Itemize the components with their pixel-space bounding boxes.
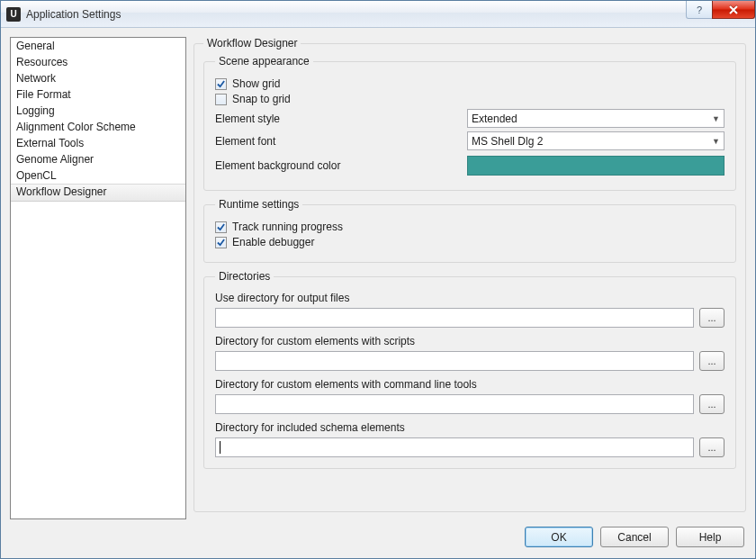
sidebar-item-file-format[interactable]: File Format [11, 87, 185, 104]
window-help-button[interactable]: ? [686, 1, 713, 19]
app-icon: U [6, 7, 21, 22]
show-grid-label: Show grid [232, 77, 280, 90]
category-list[interactable]: GeneralResourcesNetworkFile FormatLoggin… [10, 37, 186, 519]
output-dir-input[interactable] [215, 308, 694, 328]
track-progress-label: Track running progress [232, 221, 343, 233]
sidebar-item-workflow-designer[interactable]: Workflow Designer [11, 184, 185, 202]
element-bg-color-button[interactable] [467, 156, 724, 176]
cancel-button[interactable]: Cancel [600, 527, 669, 547]
element-font-combo[interactable]: MS Shell Dlg 2 ▼ [467, 131, 724, 150]
element-font-label: Element font [215, 135, 467, 148]
title-bar: U Application Settings ? [1, 1, 755, 28]
scene-appearance-group: Scene appearance Show grid Snap to grid … [203, 55, 736, 191]
window-title: Application Settings [26, 8, 687, 21]
checkbox-icon [215, 237, 227, 248]
show-grid-checkbox[interactable]: Show grid [215, 77, 724, 90]
ok-button[interactable]: OK [525, 527, 593, 547]
snap-to-grid-checkbox[interactable]: Snap to grid [215, 93, 724, 105]
element-font-value: MS Shell Dlg 2 [472, 135, 543, 148]
cmdline-dir-browse-button[interactable]: ... [699, 394, 724, 414]
sidebar-item-external-tools[interactable]: External Tools [11, 136, 185, 152]
sidebar-item-opencl[interactable]: OpenCL [11, 168, 185, 185]
enable-debugger-checkbox[interactable]: Enable debugger [215, 236, 724, 248]
checkbox-icon [215, 78, 227, 90]
help-button[interactable]: Help [676, 527, 744, 547]
element-style-label: Element style [215, 113, 467, 125]
cmdline-dir-input[interactable] [215, 394, 694, 414]
group-title: Workflow Designer [203, 37, 301, 50]
scene-legend: Scene appearance [215, 55, 313, 68]
client-area: GeneralResourcesNetworkFile FormatLoggin… [1, 28, 755, 558]
window-close-button[interactable] [712, 1, 755, 19]
runtime-settings-group: Runtime settings Track running progress … [203, 198, 736, 263]
sidebar-item-logging[interactable]: Logging [11, 104, 185, 120]
schema-dir-browse-button[interactable]: ... [699, 437, 724, 457]
chevron-down-icon: ▼ [712, 137, 720, 146]
sidebar-item-network[interactable]: Network [11, 71, 185, 87]
scripts-dir-input[interactable] [215, 351, 694, 371]
checkbox-icon [215, 94, 227, 105]
runtime-legend: Runtime settings [215, 198, 302, 211]
output-dir-label: Use directory for output files [215, 292, 724, 304]
text-caret [220, 441, 220, 454]
workflow-designer-group: Workflow Designer Scene appearance Show … [194, 37, 746, 512]
scripts-dir-label: Directory for custom elements with scrip… [215, 335, 724, 347]
sidebar-item-genome-aligner[interactable]: Genome Aligner [11, 152, 185, 168]
main-panel: Workflow Designer Scene appearance Show … [194, 37, 746, 519]
element-style-value: Extended [472, 113, 518, 125]
schema-dir-input[interactable] [215, 437, 694, 457]
element-bg-label: Element background color [215, 159, 467, 172]
enable-debugger-label: Enable debugger [232, 236, 314, 248]
cmdline-dir-label: Directory for custom elements with comma… [215, 378, 724, 391]
track-progress-checkbox[interactable]: Track running progress [215, 221, 724, 233]
sidebar-item-alignment-color-scheme[interactable]: Alignment Color Scheme [11, 120, 185, 136]
window-buttons: ? [687, 1, 755, 27]
sidebar-item-general[interactable]: General [11, 39, 185, 55]
element-style-dropdown[interactable]: Extended ▼ [467, 109, 724, 128]
directories-group: Directories Use directory for output fil… [203, 270, 736, 469]
checkbox-icon [215, 221, 227, 233]
settings-dialog: U Application Settings ? GeneralResource… [0, 0, 756, 559]
scripts-dir-browse-button[interactable]: ... [699, 351, 724, 371]
directories-legend: Directories [215, 270, 274, 283]
snap-to-grid-label: Snap to grid [232, 93, 291, 105]
content-row: GeneralResourcesNetworkFile FormatLoggin… [10, 37, 746, 519]
dialog-button-bar: OK Cancel Help [10, 519, 746, 549]
output-dir-browse-button[interactable]: ... [699, 308, 724, 328]
schema-dir-label: Directory for included schema elements [215, 421, 724, 434]
sidebar-item-resources[interactable]: Resources [11, 55, 185, 71]
close-icon [728, 5, 739, 14]
chevron-down-icon: ▼ [712, 114, 720, 123]
